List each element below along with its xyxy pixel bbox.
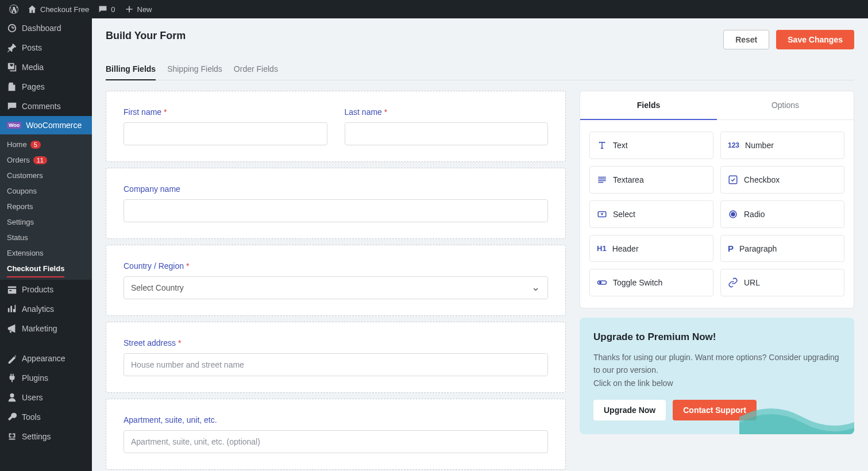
- woo-customers[interactable]: Customers: [0, 168, 92, 183]
- upgrade-now-button[interactable]: Upgrade Now: [593, 400, 666, 420]
- admin-bar: Checkout Free 0 New: [0, 0, 868, 18]
- apartment-input[interactable]: [124, 430, 548, 453]
- street-label: Street address *: [124, 338, 548, 348]
- woo-checkout-fields[interactable]: Checkout Fields: [7, 261, 64, 277]
- select-icon: [597, 209, 607, 219]
- svg-point-3: [731, 213, 735, 216]
- field-text[interactable]: Text: [589, 132, 713, 159]
- side-tab-options[interactable]: Options: [717, 91, 854, 120]
- field-checkbox[interactable]: Checkbox: [720, 166, 844, 194]
- comment-icon: [7, 101, 17, 111]
- tab-billing[interactable]: Billing Fields: [106, 59, 156, 80]
- field-paragraph[interactable]: P Paragraph: [720, 235, 844, 262]
- woo-orders[interactable]: Orders 11: [0, 152, 92, 168]
- number-icon: 123: [728, 141, 739, 149]
- admin-sidebar: Dashboard Posts Media Pages Comments Woo…: [0, 18, 92, 471]
- new-link[interactable]: New: [120, 5, 157, 14]
- sidebar-products[interactable]: Products: [0, 280, 92, 299]
- site-name: Checkout Free: [40, 5, 89, 14]
- wp-logo[interactable]: [5, 5, 23, 14]
- comments-count: 0: [111, 5, 115, 14]
- wordpress-icon: [9, 5, 18, 14]
- pages-icon: [7, 82, 17, 92]
- home-badge: 5: [30, 141, 41, 149]
- form-builder: First name * Last name * Company name: [106, 91, 566, 471]
- sidebar-users[interactable]: Users: [0, 388, 92, 407]
- woo-coupons[interactable]: Coupons: [0, 183, 92, 199]
- tools-icon: [7, 412, 17, 422]
- header-actions: Reset Save Changes: [723, 30, 854, 49]
- sidebar-tools[interactable]: Tools: [0, 407, 92, 427]
- woo-submenu: Home 5 Orders 11 Customers Coupons Repor…: [0, 134, 92, 280]
- settings-icon: [7, 431, 17, 442]
- field-number[interactable]: 123 Number: [720, 132, 844, 159]
- sidebar-analytics[interactable]: Analytics: [0, 299, 92, 319]
- sidebar-woocommerce[interactable]: Woo WooCommerce: [0, 116, 92, 134]
- reset-button[interactable]: Reset: [723, 30, 769, 49]
- first-name-input[interactable]: [124, 122, 327, 145]
- woo-settings[interactable]: Settings: [0, 214, 92, 230]
- apartment-card[interactable]: Apartment, suite, unit, etc.: [106, 399, 566, 470]
- street-input[interactable]: [124, 353, 548, 376]
- svg-rect-0: [729, 176, 737, 184]
- sidebar-plugins[interactable]: Plugins: [0, 368, 92, 388]
- products-icon: [7, 284, 17, 295]
- woo-status[interactable]: Status: [0, 230, 92, 245]
- media-icon: [7, 62, 17, 72]
- field-toggle[interactable]: Toggle Switch: [589, 269, 713, 296]
- comment-icon: [98, 5, 107, 14]
- country-card[interactable]: Country / Region * Select Country: [106, 245, 566, 316]
- svg-point-5: [599, 281, 602, 284]
- radio-icon: [728, 209, 738, 219]
- tab-shipping[interactable]: Shipping Fields: [167, 59, 222, 80]
- page-header: Build Your Form Reset Save Changes: [106, 30, 854, 49]
- tab-order[interactable]: Order Fields: [234, 59, 278, 80]
- name-card[interactable]: First name * Last name *: [106, 91, 566, 162]
- page-title: Build Your Form: [106, 30, 186, 42]
- users-icon: [7, 392, 17, 403]
- woo-icon: Woo: [7, 122, 21, 129]
- pin-icon: [7, 43, 17, 53]
- woo-extensions[interactable]: Extensions: [0, 245, 92, 261]
- country-select[interactable]: Select Country: [124, 276, 548, 299]
- field-header[interactable]: H1 Header: [589, 235, 713, 262]
- sidebar-dashboard[interactable]: Dashboard: [0, 18, 92, 38]
- field-url[interactable]: URL: [720, 269, 844, 296]
- sidebar-media[interactable]: Media: [0, 57, 92, 77]
- marketing-icon: [7, 323, 17, 334]
- last-name-input[interactable]: [345, 122, 549, 145]
- company-input[interactable]: [124, 199, 548, 222]
- side-tab-fields[interactable]: Fields: [580, 91, 717, 120]
- url-icon: [728, 277, 738, 288]
- text-icon: [597, 140, 607, 150]
- country-label: Country / Region *: [124, 261, 548, 271]
- side-column: Fields Options Text 123 Number: [580, 91, 854, 434]
- sidebar-marketing[interactable]: Marketing: [0, 319, 92, 338]
- sidebar-posts[interactable]: Posts: [0, 38, 92, 57]
- plus-icon: [125, 5, 134, 14]
- toggle-icon: [597, 277, 607, 288]
- field-textarea[interactable]: Textarea: [589, 166, 713, 194]
- first-name-label: First name *: [124, 107, 327, 117]
- save-button[interactable]: Save Changes: [776, 30, 854, 49]
- home-icon: [28, 5, 37, 14]
- sidebar-settings[interactable]: Settings: [0, 427, 92, 446]
- main-tabs: Billing Fields Shipping Fields Order Fie…: [106, 59, 854, 80]
- company-card[interactable]: Company name: [106, 168, 566, 239]
- comments-link[interactable]: 0: [94, 5, 119, 14]
- sidebar-appearance[interactable]: Appearance: [0, 349, 92, 368]
- field-radio[interactable]: Radio: [720, 200, 844, 228]
- sidebar-comments[interactable]: Comments: [0, 96, 92, 116]
- upgrade-banner: Upgrade to Premium Now! Thanks for using…: [580, 318, 854, 434]
- woo-home[interactable]: Home 5: [0, 137, 92, 152]
- street-card[interactable]: Street address *: [106, 322, 566, 393]
- header-icon: H1: [597, 244, 607, 253]
- field-select[interactable]: Select: [589, 200, 713, 228]
- checkbox-icon: [728, 175, 738, 185]
- wave-decoration: [739, 394, 854, 434]
- woo-reports[interactable]: Reports: [0, 199, 92, 214]
- field-types-panel: Fields Options Text 123 Number: [580, 91, 854, 308]
- sidebar-pages[interactable]: Pages: [0, 77, 92, 96]
- upgrade-text: Thanks for using our plugin. Want more o…: [593, 351, 840, 389]
- site-home[interactable]: Checkout Free: [23, 5, 94, 14]
